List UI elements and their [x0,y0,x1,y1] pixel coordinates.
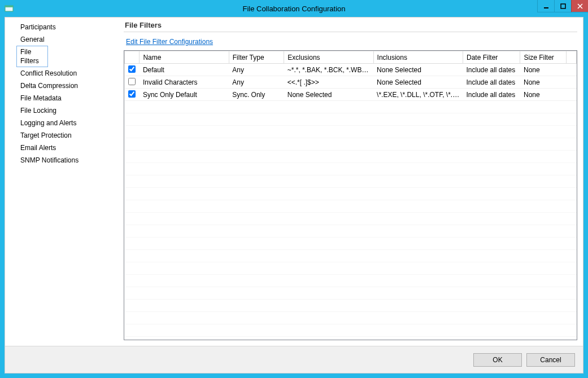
empty-row [125,213,577,225]
app-icon [5,4,14,13]
svg-rect-2 [544,7,548,8]
svg-rect-1 [5,6,13,7]
empty-row [125,238,577,250]
column-scroll-spacer [566,51,576,64]
column-inclusions[interactable]: Inclusions [373,51,463,64]
column-date-filter[interactable]: Date Filter [463,51,520,64]
footer: OK Cancel [5,346,583,373]
cell-inclusions: None Selected [373,76,463,89]
row-checkbox-cell [125,89,140,101]
empty-row [125,287,577,300]
minimize-button[interactable] [537,0,554,12]
sidebar-item-delta-compression[interactable]: Delta Compression [7,80,116,92]
empty-row [125,126,577,138]
sidebar-item-email-alerts[interactable]: Email Alerts [7,142,116,154]
row-checkbox-cell [125,76,140,89]
filter-table: Name Filter Type Exclusions Inclusions D… [124,50,577,340]
sidebar-item-label: Conflict Resolution [20,69,77,77]
sidebar-item-label: File Locking [20,107,56,115]
sidebar-item-label: Delta Compression [20,82,78,90]
empty-row [125,324,577,337]
cell-date-filter: Include all dates [463,64,520,76]
sidebar-item-file-filters[interactable]: File Filters [16,46,48,67]
empty-row [125,151,577,163]
sidebar-item-target-protection[interactable]: Target Protection [7,129,116,142]
sidebar-item-file-locking[interactable]: File Locking [7,104,116,117]
empty-row [125,250,577,262]
sidebar-item-participants[interactable]: Participants [7,21,116,33]
page-title: File Filters [124,21,577,32]
column-checkbox[interactable] [125,51,140,64]
empty-row [125,275,577,287]
cell-name: Invalid Characters [140,76,229,89]
sidebar-item-label: Logging and Alerts [20,119,76,127]
cell-size-filter: None [520,64,566,76]
row-checkbox[interactable] [128,90,136,98]
row-checkbox-cell [125,64,140,76]
cell-filter-type: Sync. Only [229,89,284,101]
cell-inclusions: \*.EXE, \*.DLL, \*.OTF, \*.T... [373,89,463,101]
edit-file-filter-configurations-link[interactable]: Edit File Filter Configurations [124,38,577,46]
maximize-button[interactable] [554,0,571,12]
sidebar-item-label: SNMP Notifications [20,156,79,164]
empty-row [125,175,577,188]
titlebar: File Collaboration Configuration [0,0,588,17]
cell-size-filter: None [520,89,566,101]
cell-exclusions: None Selected [284,89,373,101]
svg-rect-3 [561,4,565,8]
empty-row [125,163,577,175]
column-exclusions[interactable]: Exclusions [284,51,373,64]
cell-inclusions: None Selected [373,64,463,76]
cancel-button[interactable]: Cancel [526,353,575,367]
row-checkbox[interactable] [128,65,136,73]
cell-size-filter: None [520,76,566,89]
client-area: Participants General File Filters Confli… [5,17,583,373]
cell-date-filter: Include all dates [463,76,520,89]
column-size-filter[interactable]: Size Filter [520,51,566,64]
cell-name: Default [140,64,229,76]
column-filter-type[interactable]: Filter Type [229,51,284,64]
empty-row [125,225,577,238]
empty-row [125,200,577,213]
sidebar: Participants General File Filters Confli… [5,17,118,346]
table-row[interactable]: DefaultAny~*.*, *.BAK, *.BCK, *.WBK, ...… [125,64,577,76]
window: File Collaboration Configuration Partici… [0,0,588,378]
sidebar-item-label: File Metadata [20,94,62,102]
empty-row [125,312,577,324]
empty-row [125,337,577,341]
cell-spacer [566,76,576,89]
sidebar-item-label: General [20,36,45,43]
sidebar-item-label: Target Protection [20,131,72,139]
sidebar-item-label: File Filters [20,48,39,65]
cell-name: Sync Only Default [140,89,229,101]
cell-filter-type: Any [229,76,284,89]
empty-row [125,262,577,275]
table-header-row: Name Filter Type Exclusions Inclusions D… [125,51,577,64]
close-button[interactable] [571,0,588,12]
sidebar-item-label: Participants [20,23,56,31]
table-row[interactable]: Invalid CharactersAny<<.*[ .]$>>None Sel… [125,76,577,89]
empty-row [125,101,577,113]
empty-row [125,138,577,151]
window-controls [537,0,588,12]
empty-row [125,300,577,312]
sidebar-item-snmp-notifications[interactable]: SNMP Notifications [7,154,116,166]
divider [124,32,577,32]
cell-spacer [566,89,576,101]
empty-row [125,188,577,200]
sidebar-item-label: Email Alerts [20,144,56,152]
cell-filter-type: Any [229,64,284,76]
cell-date-filter: Include all dates [463,89,520,101]
window-title: File Collaboration Configuration [0,5,588,13]
sidebar-item-file-metadata[interactable]: File Metadata [7,92,116,104]
ok-button[interactable]: OK [473,353,522,367]
table-row[interactable]: Sync Only DefaultSync. OnlyNone Selected… [125,89,577,101]
sidebar-item-general[interactable]: General [7,33,116,46]
sidebar-item-logging-alerts[interactable]: Logging and Alerts [7,117,116,129]
column-name[interactable]: Name [140,51,229,64]
empty-row [125,113,577,126]
cell-spacer [566,64,576,76]
main-panel: File Filters Edit File Filter Configurat… [118,17,583,346]
row-checkbox[interactable] [128,78,136,85]
sidebar-item-conflict-resolution[interactable]: Conflict Resolution [7,67,116,80]
